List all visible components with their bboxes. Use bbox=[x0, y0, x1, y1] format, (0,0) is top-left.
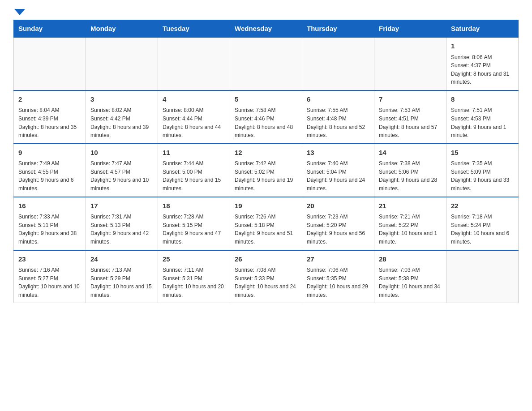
day-info: Sunrise: 7:44 AM Sunset: 5:00 PM Dayligh… bbox=[163, 159, 225, 193]
calendar-cell: 22Sunrise: 7:18 AM Sunset: 5:24 PM Dayli… bbox=[446, 197, 519, 250]
day-number: 11 bbox=[163, 148, 225, 158]
day-number: 16 bbox=[18, 201, 81, 211]
day-number: 8 bbox=[451, 94, 514, 105]
calendar-cell: 2Sunrise: 8:04 AM Sunset: 4:39 PM Daylig… bbox=[14, 90, 86, 144]
calendar-cell bbox=[374, 37, 446, 90]
calendar-cell: 19Sunrise: 7:26 AM Sunset: 5:18 PM Dayli… bbox=[230, 197, 302, 250]
calendar-cell: 6Sunrise: 7:55 AM Sunset: 4:48 PM Daylig… bbox=[302, 90, 374, 144]
calendar-cell: 23Sunrise: 7:16 AM Sunset: 5:27 PM Dayli… bbox=[14, 250, 86, 303]
calendar-cell: 24Sunrise: 7:13 AM Sunset: 5:29 PM Dayli… bbox=[86, 250, 158, 303]
calendar-cell bbox=[446, 250, 519, 303]
day-info: Sunrise: 7:58 AM Sunset: 4:46 PM Dayligh… bbox=[235, 106, 297, 139]
calendar-cell: 28Sunrise: 7:03 AM Sunset: 5:38 PM Dayli… bbox=[374, 250, 446, 303]
logo bbox=[13, 9, 26, 15]
day-info: Sunrise: 7:49 AM Sunset: 4:55 PM Dayligh… bbox=[18, 159, 81, 193]
day-number: 19 bbox=[235, 201, 297, 211]
day-info: Sunrise: 7:40 AM Sunset: 5:04 PM Dayligh… bbox=[307, 159, 369, 193]
day-number: 6 bbox=[307, 94, 369, 105]
day-number: 27 bbox=[307, 254, 369, 265]
day-info: Sunrise: 7:13 AM Sunset: 5:29 PM Dayligh… bbox=[90, 266, 153, 299]
calendar-cell: 7Sunrise: 7:53 AM Sunset: 4:51 PM Daylig… bbox=[374, 90, 446, 144]
day-number: 7 bbox=[379, 94, 442, 105]
day-number: 9 bbox=[18, 148, 81, 158]
calendar-cell bbox=[14, 37, 86, 90]
day-info: Sunrise: 7:23 AM Sunset: 5:20 PM Dayligh… bbox=[307, 213, 369, 246]
weekday-header-thursday: Thursday bbox=[302, 20, 374, 38]
day-number: 23 bbox=[18, 254, 81, 265]
day-number: 15 bbox=[451, 148, 514, 158]
calendar-cell: 4Sunrise: 8:00 AM Sunset: 4:44 PM Daylig… bbox=[158, 90, 230, 144]
calendar-cell: 15Sunrise: 7:35 AM Sunset: 5:09 PM Dayli… bbox=[446, 144, 519, 197]
day-info: Sunrise: 7:33 AM Sunset: 5:11 PM Dayligh… bbox=[18, 213, 81, 246]
calendar-cell: 25Sunrise: 7:11 AM Sunset: 5:31 PM Dayli… bbox=[158, 250, 230, 303]
day-info: Sunrise: 8:02 AM Sunset: 4:42 PM Dayligh… bbox=[90, 106, 153, 139]
weekday-header-saturday: Saturday bbox=[446, 20, 519, 38]
day-number: 21 bbox=[379, 201, 442, 211]
calendar-cell bbox=[158, 37, 230, 90]
day-number: 20 bbox=[307, 201, 369, 211]
calendar-cell: 5Sunrise: 7:58 AM Sunset: 4:46 PM Daylig… bbox=[230, 90, 302, 144]
day-number: 4 bbox=[163, 94, 225, 105]
calendar-cell: 10Sunrise: 7:47 AM Sunset: 4:57 PM Dayli… bbox=[86, 144, 158, 197]
day-info: Sunrise: 7:51 AM Sunset: 4:53 PM Dayligh… bbox=[451, 106, 514, 139]
day-number: 1 bbox=[451, 41, 514, 51]
day-number: 2 bbox=[18, 94, 81, 105]
day-number: 28 bbox=[379, 254, 442, 265]
day-info: Sunrise: 7:31 AM Sunset: 5:13 PM Dayligh… bbox=[90, 213, 153, 246]
weekday-header-wednesday: Wednesday bbox=[230, 20, 302, 38]
week-row-0: 1Sunrise: 8:06 AM Sunset: 4:37 PM Daylig… bbox=[14, 37, 519, 90]
calendar-cell: 3Sunrise: 8:02 AM Sunset: 4:42 PM Daylig… bbox=[86, 90, 158, 144]
calendar-cell: 8Sunrise: 7:51 AM Sunset: 4:53 PM Daylig… bbox=[446, 90, 519, 144]
day-info: Sunrise: 7:11 AM Sunset: 5:31 PM Dayligh… bbox=[163, 266, 225, 299]
calendar-cell: 20Sunrise: 7:23 AM Sunset: 5:20 PM Dayli… bbox=[302, 197, 374, 250]
day-info: Sunrise: 8:04 AM Sunset: 4:39 PM Dayligh… bbox=[18, 106, 81, 139]
week-row-4: 23Sunrise: 7:16 AM Sunset: 5:27 PM Dayli… bbox=[14, 250, 519, 303]
calendar-cell: 26Sunrise: 7:08 AM Sunset: 5:33 PM Dayli… bbox=[230, 250, 302, 303]
calendar-cell: 11Sunrise: 7:44 AM Sunset: 5:00 PM Dayli… bbox=[158, 144, 230, 197]
day-info: Sunrise: 7:06 AM Sunset: 5:35 PM Dayligh… bbox=[307, 266, 369, 299]
day-info: Sunrise: 7:47 AM Sunset: 4:57 PM Dayligh… bbox=[90, 159, 153, 193]
calendar-cell: 9Sunrise: 7:49 AM Sunset: 4:55 PM Daylig… bbox=[14, 144, 86, 197]
week-row-3: 16Sunrise: 7:33 AM Sunset: 5:11 PM Dayli… bbox=[14, 197, 519, 250]
calendar-cell: 13Sunrise: 7:40 AM Sunset: 5:04 PM Dayli… bbox=[302, 144, 374, 197]
weekday-header-monday: Monday bbox=[86, 20, 158, 38]
day-number: 10 bbox=[90, 148, 153, 158]
day-number: 17 bbox=[90, 201, 153, 211]
day-info: Sunrise: 7:53 AM Sunset: 4:51 PM Dayligh… bbox=[379, 106, 442, 139]
day-info: Sunrise: 7:28 AM Sunset: 5:15 PM Dayligh… bbox=[163, 213, 225, 246]
calendar-cell: 17Sunrise: 7:31 AM Sunset: 5:13 PM Dayli… bbox=[86, 197, 158, 250]
calendar-table: SundayMondayTuesdayWednesdayThursdayFrid… bbox=[13, 20, 519, 303]
calendar-cell: 1Sunrise: 8:06 AM Sunset: 4:37 PM Daylig… bbox=[446, 37, 519, 90]
calendar-cell: 18Sunrise: 7:28 AM Sunset: 5:15 PM Dayli… bbox=[158, 197, 230, 250]
calendar-cell bbox=[86, 37, 158, 90]
calendar-cell: 12Sunrise: 7:42 AM Sunset: 5:02 PM Dayli… bbox=[230, 144, 302, 197]
day-number: 22 bbox=[451, 201, 514, 211]
calendar-cell: 16Sunrise: 7:33 AM Sunset: 5:11 PM Dayli… bbox=[14, 197, 86, 250]
day-number: 14 bbox=[379, 148, 442, 158]
day-info: Sunrise: 7:08 AM Sunset: 5:33 PM Dayligh… bbox=[235, 266, 297, 299]
day-number: 26 bbox=[235, 254, 297, 265]
weekday-header-sunday: Sunday bbox=[14, 20, 86, 38]
logo-arrow-icon bbox=[14, 9, 25, 15]
weekday-header-tuesday: Tuesday bbox=[158, 20, 230, 38]
day-info: Sunrise: 7:26 AM Sunset: 5:18 PM Dayligh… bbox=[235, 213, 297, 246]
day-info: Sunrise: 8:06 AM Sunset: 4:37 PM Dayligh… bbox=[451, 53, 514, 86]
calendar-cell: 21Sunrise: 7:21 AM Sunset: 5:22 PM Dayli… bbox=[374, 197, 446, 250]
day-number: 5 bbox=[235, 94, 297, 105]
day-info: Sunrise: 7:42 AM Sunset: 5:02 PM Dayligh… bbox=[235, 159, 297, 193]
day-info: Sunrise: 7:16 AM Sunset: 5:27 PM Dayligh… bbox=[18, 266, 81, 299]
day-number: 12 bbox=[235, 148, 297, 158]
weekday-header-friday: Friday bbox=[374, 20, 446, 38]
calendar-cell bbox=[302, 37, 374, 90]
day-info: Sunrise: 7:03 AM Sunset: 5:38 PM Dayligh… bbox=[379, 266, 442, 299]
calendar-cell: 14Sunrise: 7:38 AM Sunset: 5:06 PM Dayli… bbox=[374, 144, 446, 197]
day-info: Sunrise: 7:21 AM Sunset: 5:22 PM Dayligh… bbox=[379, 213, 442, 246]
weekday-header-row: SundayMondayTuesdayWednesdayThursdayFrid… bbox=[14, 20, 519, 38]
day-number: 25 bbox=[163, 254, 225, 265]
page-header bbox=[13, 9, 519, 15]
day-info: Sunrise: 7:35 AM Sunset: 5:09 PM Dayligh… bbox=[451, 159, 514, 193]
day-number: 18 bbox=[163, 201, 225, 211]
day-info: Sunrise: 7:38 AM Sunset: 5:06 PM Dayligh… bbox=[379, 159, 442, 193]
week-row-1: 2Sunrise: 8:04 AM Sunset: 4:39 PM Daylig… bbox=[14, 90, 519, 144]
day-info: Sunrise: 7:55 AM Sunset: 4:48 PM Dayligh… bbox=[307, 106, 369, 139]
